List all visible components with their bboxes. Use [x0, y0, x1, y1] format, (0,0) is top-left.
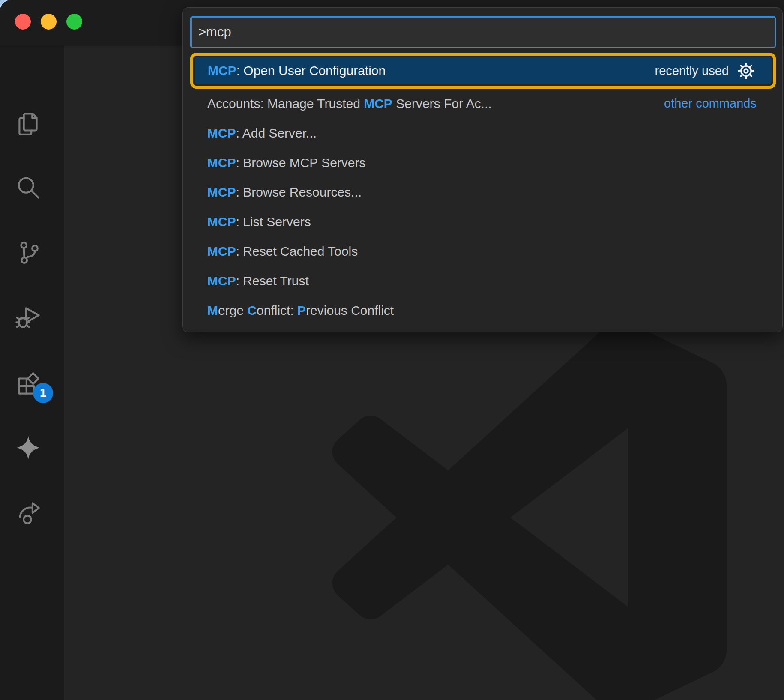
sidebar-item-run-debug[interactable] — [14, 302, 42, 331]
command-item[interactable]: Merge Conflict: Previous Conflict — [183, 296, 782, 325]
zoom-button[interactable] — [66, 14, 82, 30]
macos-window-controls — [15, 14, 82, 30]
sidebar-item-source-control[interactable] — [14, 239, 42, 267]
live-share-icon — [14, 499, 42, 527]
command-meta: recently used — [655, 61, 756, 81]
command-meta: other commands — [664, 96, 757, 111]
activity-bar: 1 — [0, 46, 63, 700]
command-label: MCP: Open User Configuration — [208, 63, 386, 78]
command-palette-input[interactable]: >mcp — [190, 16, 776, 48]
command-meta-text: other commands — [664, 96, 757, 111]
command-label: MCP: List Servers — [207, 215, 311, 229]
command-label: MCP: Browse Resources... — [207, 185, 362, 200]
command-label: MCP: Browse MCP Servers — [207, 156, 366, 170]
search-icon — [14, 174, 42, 203]
command-meta-text: recently used — [655, 64, 729, 78]
source-control-icon — [14, 239, 42, 267]
command-item[interactable]: MCP: Browse MCP Servers — [183, 148, 782, 177]
close-button[interactable] — [15, 14, 31, 30]
command-label: Accounts: Manage Trusted MCP Servers For… — [207, 96, 492, 111]
sparkle-icon — [14, 434, 42, 462]
command-item[interactable]: MCP: Add Server... — [183, 118, 782, 148]
vscode-window: 1 >mcp MCP: Open User Configuration rece… — [0, 0, 784, 700]
command-list: MCP: Open User Configuration recently us… — [183, 53, 782, 325]
command-item[interactable]: Accounts: Manage Trusted MCP Servers For… — [183, 89, 782, 118]
command-label: MCP: Reset Cached Tools — [207, 244, 358, 259]
sidebar-item-explorer[interactable] — [14, 109, 42, 138]
run-and-debug-icon — [14, 302, 42, 331]
extensions-badge: 1 — [33, 383, 53, 403]
command-item[interactable]: MCP: List Servers — [183, 207, 782, 236]
command-label: Merge Conflict: Previous Conflict — [207, 303, 394, 318]
command-item[interactable]: MCP: Reset Cached Tools — [183, 236, 782, 266]
command-item[interactable]: MCP: Browse Resources... — [183, 177, 782, 207]
sidebar-item-copilot[interactable] — [14, 434, 42, 462]
command-item[interactable]: MCP: Open User Configuration recently us… — [195, 57, 772, 84]
focus-ring: MCP: Open User Configuration recently us… — [190, 53, 776, 89]
gear-icon[interactable] — [736, 61, 756, 81]
minimize-button[interactable] — [41, 14, 57, 30]
command-label: MCP: Reset Trust — [207, 274, 309, 288]
vscode-logo-watermark — [332, 320, 727, 700]
files-icon — [14, 109, 42, 138]
sidebar-item-extensions[interactable]: 1 — [14, 371, 42, 400]
command-palette: >mcp MCP: Open User Configuration recent… — [182, 7, 783, 332]
command-item[interactable]: MCP: Reset Trust — [183, 266, 782, 296]
sidebar-item-search[interactable] — [14, 174, 42, 203]
sidebar-item-live-share[interactable] — [14, 499, 42, 527]
command-label: MCP: Add Server... — [207, 126, 317, 141]
